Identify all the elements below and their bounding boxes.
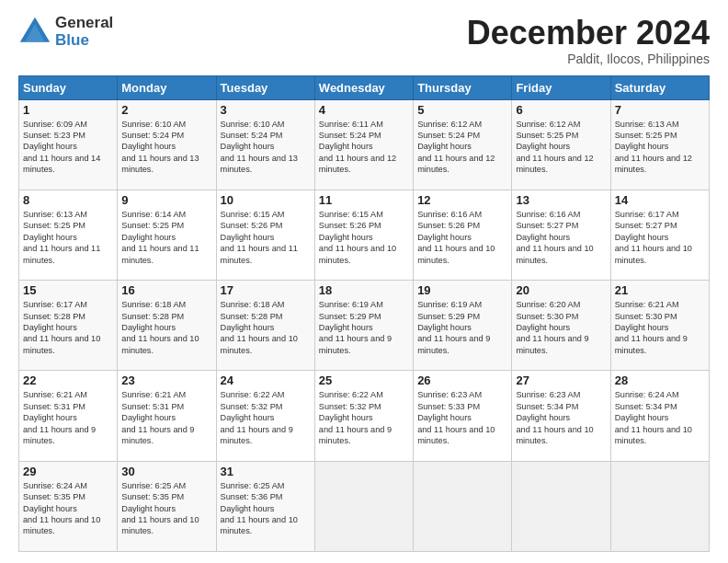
day-number: 28 [615,373,705,387]
cell-content: Sunrise: 6:23 AMSunset: 5:33 PMDaylight … [417,389,507,446]
day-number: 26 [417,373,507,387]
calendar-cell: 3Sunrise: 6:10 AMSunset: 5:24 PMDaylight… [216,99,314,190]
cell-content: Sunrise: 6:24 AMSunset: 5:35 PMDaylight … [23,480,113,537]
calendar-cell: 28Sunrise: 6:24 AMSunset: 5:34 PMDayligh… [610,371,709,461]
day-number: 4 [319,103,409,117]
cell-content: Sunrise: 6:19 AMSunset: 5:29 PMDaylight … [319,299,409,356]
page: General Blue December 2024 Paldit, Iloco… [0,0,728,563]
cell-content: Sunrise: 6:12 AMSunset: 5:25 PMDaylight … [516,119,606,176]
col-saturday: Saturday [610,75,709,99]
day-number: 9 [121,193,211,207]
day-number: 17 [221,283,311,297]
calendar-cell: 30Sunrise: 6:25 AMSunset: 5:35 PMDayligh… [118,461,216,551]
calendar-cell [512,461,610,551]
calendar-table: Sunday Monday Tuesday Wednesday Thursday… [18,75,710,552]
calendar-cell: 16Sunrise: 6:18 AMSunset: 5:28 PMDayligh… [118,281,216,371]
day-number: 19 [417,283,507,297]
month-title: December 2024 [467,15,710,52]
day-number: 23 [121,373,211,387]
cell-content: Sunrise: 6:13 AMSunset: 5:25 PMDaylight … [615,119,705,176]
day-number: 7 [615,103,705,117]
calendar-week-row: 15Sunrise: 6:17 AMSunset: 5:28 PMDayligh… [19,281,710,371]
col-friday: Friday [512,75,610,99]
day-number: 12 [417,193,507,207]
calendar-cell: 31Sunrise: 6:25 AMSunset: 5:36 PMDayligh… [216,461,314,551]
calendar-cell: 14Sunrise: 6:17 AMSunset: 5:27 PMDayligh… [610,190,709,280]
cell-content: Sunrise: 6:24 AMSunset: 5:34 PMDaylight … [615,389,705,446]
logo-blue: Blue [55,32,113,50]
calendar-cell: 15Sunrise: 6:17 AMSunset: 5:28 PMDayligh… [19,281,118,371]
calendar-cell: 21Sunrise: 6:21 AMSunset: 5:30 PMDayligh… [610,281,709,371]
calendar-cell: 20Sunrise: 6:20 AMSunset: 5:30 PMDayligh… [512,281,610,371]
day-number: 22 [23,373,113,387]
day-number: 2 [121,103,211,117]
calendar-cell: 17Sunrise: 6:18 AMSunset: 5:28 PMDayligh… [216,281,314,371]
calendar-cell: 7Sunrise: 6:13 AMSunset: 5:25 PMDaylight… [610,99,709,190]
calendar-cell: 4Sunrise: 6:11 AMSunset: 5:24 PMDaylight… [314,99,413,190]
calendar-cell: 27Sunrise: 6:23 AMSunset: 5:34 PMDayligh… [512,371,610,461]
cell-content: Sunrise: 6:14 AMSunset: 5:25 PMDaylight … [121,209,211,266]
logo: General Blue [18,15,113,49]
calendar-cell: 12Sunrise: 6:16 AMSunset: 5:26 PMDayligh… [414,190,512,280]
cell-content: Sunrise: 6:10 AMSunset: 5:24 PMDaylight … [121,119,211,176]
day-number: 8 [23,193,113,207]
calendar-cell: 6Sunrise: 6:12 AMSunset: 5:25 PMDaylight… [512,99,610,190]
calendar-week-row: 29Sunrise: 6:24 AMSunset: 5:35 PMDayligh… [19,461,710,551]
location-subtitle: Paldit, Ilocos, Philippines [467,52,710,66]
cell-content: Sunrise: 6:19 AMSunset: 5:29 PMDaylight … [417,299,507,356]
calendar-cell: 1Sunrise: 6:09 AMSunset: 5:23 PMDaylight… [19,99,118,190]
cell-content: Sunrise: 6:10 AMSunset: 5:24 PMDaylight … [221,119,311,176]
cell-content: Sunrise: 6:18 AMSunset: 5:28 PMDaylight … [121,299,211,356]
calendar-cell: 5Sunrise: 6:12 AMSunset: 5:24 PMDaylight… [414,99,512,190]
calendar-header-row: Sunday Monday Tuesday Wednesday Thursday… [19,75,710,99]
day-number: 13 [516,193,606,207]
calendar-week-row: 22Sunrise: 6:21 AMSunset: 5:31 PMDayligh… [19,371,710,461]
cell-content: Sunrise: 6:16 AMSunset: 5:26 PMDaylight … [417,209,507,266]
calendar-cell [610,461,709,551]
cell-content: Sunrise: 6:25 AMSunset: 5:35 PMDaylight … [121,480,211,537]
day-number: 31 [221,465,311,478]
title-area: December 2024 Paldit, Ilocos, Philippine… [467,15,710,66]
day-number: 16 [121,283,211,297]
day-number: 24 [221,373,311,387]
calendar-cell: 26Sunrise: 6:23 AMSunset: 5:33 PMDayligh… [414,371,512,461]
calendar-cell: 25Sunrise: 6:22 AMSunset: 5:32 PMDayligh… [314,371,413,461]
col-thursday: Thursday [414,75,512,99]
cell-content: Sunrise: 6:23 AMSunset: 5:34 PMDaylight … [516,389,606,446]
col-sunday: Sunday [19,75,118,99]
cell-content: Sunrise: 6:22 AMSunset: 5:32 PMDaylight … [319,389,409,446]
calendar-cell: 9Sunrise: 6:14 AMSunset: 5:25 PMDaylight… [118,190,216,280]
cell-content: Sunrise: 6:11 AMSunset: 5:24 PMDaylight … [319,119,409,176]
day-number: 1 [23,103,113,117]
calendar-cell: 8Sunrise: 6:13 AMSunset: 5:25 PMDaylight… [19,190,118,280]
day-number: 21 [615,283,705,297]
cell-content: Sunrise: 6:12 AMSunset: 5:24 PMDaylight … [417,119,507,176]
day-number: 15 [23,283,113,297]
day-number: 10 [221,193,311,207]
day-number: 18 [319,283,409,297]
cell-content: Sunrise: 6:13 AMSunset: 5:25 PMDaylight … [23,209,113,266]
cell-content: Sunrise: 6:17 AMSunset: 5:28 PMDaylight … [23,299,113,356]
calendar-cell: 22Sunrise: 6:21 AMSunset: 5:31 PMDayligh… [19,371,118,461]
col-monday: Monday [118,75,216,99]
cell-content: Sunrise: 6:22 AMSunset: 5:32 PMDaylight … [221,389,311,446]
cell-content: Sunrise: 6:21 AMSunset: 5:31 PMDaylight … [121,389,211,446]
cell-content: Sunrise: 6:21 AMSunset: 5:31 PMDaylight … [23,389,113,446]
calendar-cell: 19Sunrise: 6:19 AMSunset: 5:29 PMDayligh… [414,281,512,371]
col-wednesday: Wednesday [314,75,413,99]
cell-content: Sunrise: 6:16 AMSunset: 5:27 PMDaylight … [516,209,606,266]
cell-content: Sunrise: 6:21 AMSunset: 5:30 PMDaylight … [615,299,705,356]
cell-content: Sunrise: 6:20 AMSunset: 5:30 PMDaylight … [516,299,606,356]
day-number: 11 [319,193,409,207]
day-number: 14 [615,193,705,207]
day-number: 20 [516,283,606,297]
calendar-cell: 24Sunrise: 6:22 AMSunset: 5:32 PMDayligh… [216,371,314,461]
col-tuesday: Tuesday [216,75,314,99]
calendar-week-row: 1Sunrise: 6:09 AMSunset: 5:23 PMDaylight… [19,99,710,190]
day-number: 3 [221,103,311,117]
day-number: 5 [417,103,507,117]
logo-text: General Blue [55,15,113,49]
day-number: 30 [121,465,211,478]
cell-content: Sunrise: 6:15 AMSunset: 5:26 PMDaylight … [319,209,409,266]
calendar-week-row: 8Sunrise: 6:13 AMSunset: 5:25 PMDaylight… [19,190,710,280]
